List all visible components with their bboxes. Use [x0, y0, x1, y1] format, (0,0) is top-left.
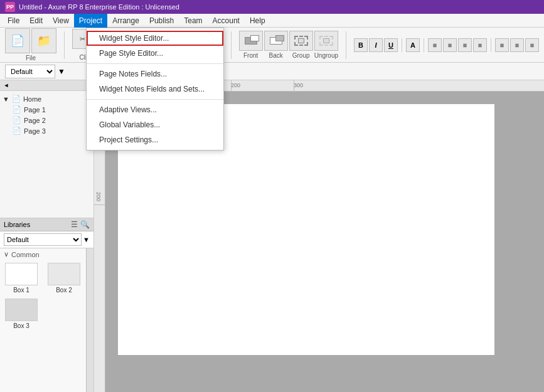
group-label: Group — [292, 52, 310, 59]
fmt-sep-2 — [424, 38, 424, 52]
underline-btn[interactable]: U — [384, 38, 398, 52]
expand-arrow-icon: ▼ — [3, 95, 9, 103]
toolbar-file-group: 📄 📁 File — [5, 28, 56, 61]
dropdown-global-variables[interactable]: Global Variables... — [87, 117, 223, 132]
file-group-label: File — [26, 55, 36, 61]
libraries-dropdown-row: Default ▼ — [0, 231, 93, 248]
page1-label: Page 1 — [24, 106, 46, 114]
toolbar-sep-3 — [231, 31, 232, 59]
format-buttons: B I U A ≡ ≡ ≡ ≡ ≡ ≡ ≡ — [354, 38, 539, 52]
project-dropdown-menu: Widget Style Editor... Page Style Editor… — [86, 28, 224, 151]
lib-item-box2[interactable]: Box 2 — [45, 263, 83, 294]
menu-arrange[interactable]: Arrange — [107, 14, 144, 28]
group-btn[interactable] — [289, 31, 313, 51]
app-logo: PP — [5, 2, 15, 12]
dropdown-sep-2 — [87, 99, 223, 100]
menu-view[interactable]: View — [48, 14, 74, 28]
lib-items-list: Box 1 Box 2 Box 3 — [0, 260, 86, 332]
libraries-title: Libraries — [4, 221, 30, 228]
menu-publish[interactable]: Publish — [144, 14, 179, 28]
tree-item-page3[interactable]: 📄 Page 3 — [0, 125, 93, 136]
toolbar-sep-1 — [64, 31, 65, 59]
align-center-btn[interactable]: ≡ — [443, 38, 457, 52]
libraries-menu-icon[interactable]: ☰ — [71, 220, 78, 229]
menu-help[interactable]: Help — [245, 14, 270, 28]
lib-item-box1-label: Box 1 — [13, 287, 29, 294]
italic-btn[interactable]: I — [369, 38, 383, 52]
menu-team[interactable]: Team — [179, 14, 207, 28]
lib-section-arrow: ∨ — [4, 250, 9, 258]
ruler-mark-200: 200 — [231, 82, 240, 88]
libraries-dropdown[interactable]: Default — [4, 233, 82, 246]
lib-item-box3-preview — [5, 299, 38, 321]
dropdown-sep-1 — [87, 63, 223, 64]
toolbar-sep-4 — [346, 31, 346, 59]
front-btn[interactable] — [239, 31, 263, 51]
page-icon-2: 📄 — [13, 116, 21, 124]
dropdown-project-settings[interactable]: Project Settings... — [87, 132, 223, 147]
style-dropdown-icon[interactable]: ▼ — [58, 67, 65, 76]
ruler-tick-200 — [231, 80, 232, 91]
align-bottom-btn[interactable]: ≡ — [525, 38, 539, 52]
dropdown-widget-style-editor[interactable]: Widget Style Editor... — [87, 31, 223, 46]
lib-scrollbar-v[interactable] — [86, 248, 93, 392]
lib-section-common: ∨ Common — [0, 248, 86, 260]
libraries-header-icons: ☰ 🔍 — [71, 220, 90, 229]
dropdown-widget-notes-fields[interactable]: Widget Notes Fields and Sets... — [87, 82, 223, 97]
title-bar: PP Untitled - Axure RP 8 Enterprise Edit… — [0, 0, 544, 14]
dropdown-page-notes-fields[interactable]: Page Notes Fields... — [87, 66, 223, 82]
page-icon-home: 📄 — [12, 95, 21, 103]
tree-item-home[interactable]: ▼ 📄 Home — [0, 93, 93, 104]
menu-file[interactable]: File — [3, 14, 24, 28]
lib-item-box1[interactable]: Box 1 — [3, 263, 40, 294]
align-right-btn[interactable]: ≡ — [458, 38, 472, 52]
lib-items-area: ∨ Common Box 1 Box 2 — [0, 248, 86, 392]
new-file-btn[interactable]: 📄 — [5, 28, 30, 53]
tree-item-page2[interactable]: 📄 Page 2 — [0, 115, 93, 125]
pages-collapse-btn[interactable]: ◄ — [3, 82, 10, 89]
align-top-btn[interactable]: ≡ — [495, 38, 509, 52]
lib-item-box2-preview — [48, 263, 80, 285]
lib-section-label-text: Common — [11, 251, 40, 258]
libraries-content: ∨ Common Box 1 Box 2 — [0, 248, 93, 392]
page2-label: Page 2 — [24, 117, 46, 124]
menu-project[interactable]: Project — [74, 14, 107, 28]
page-icon-1: 📄 — [13, 105, 21, 114]
style-toolbar: Default ▼ — [0, 63, 544, 80]
fmt-sep-3 — [491, 38, 491, 52]
back-label: Back — [269, 52, 283, 59]
libraries-header: Libraries ☰ 🔍 — [0, 218, 93, 231]
menu-edit[interactable]: Edit — [24, 14, 48, 28]
libraries-search-icon[interactable]: 🔍 — [80, 220, 90, 229]
page3-label: Page 3 — [24, 127, 46, 135]
bold-btn[interactable]: B — [354, 38, 368, 52]
lib-content-inner: ∨ Common Box 1 Box 2 — [0, 248, 93, 392]
pages-panel: ◄ ▼ 📄 Home 📄 Page 1 📄 Page 2 📄 — [0, 80, 93, 218]
lib-dropdown-arrow[interactable]: ▼ — [83, 236, 90, 243]
arrange-buttons-group: Front Back Group — [239, 31, 338, 59]
ruler-tick-v-200 — [94, 204, 105, 205]
font-color-btn[interactable]: A — [406, 38, 420, 52]
menu-account[interactable]: Account — [208, 14, 245, 28]
fmt-sep-1 — [402, 38, 402, 52]
home-label: Home — [23, 95, 41, 103]
align-left-btn[interactable]: ≡ — [428, 38, 442, 52]
dropdown-page-style-editor[interactable]: Page Style Editor... — [87, 46, 223, 61]
lib-item-box3-label: Box 3 — [13, 322, 29, 329]
back-btn[interactable] — [264, 31, 288, 51]
ungroup-btn[interactable] — [314, 31, 338, 51]
tree-item-page1[interactable]: 📄 Page 1 — [0, 104, 93, 115]
align-middle-btn[interactable]: ≡ — [510, 38, 524, 52]
main-toolbar: 📄 📁 File ✂ 📋 📋 Clipboard 100% 75% 150% ▼… — [0, 28, 544, 63]
open-file-btn[interactable]: 📁 — [31, 28, 56, 53]
widget-style-select[interactable]: Default — [5, 65, 55, 78]
libraries-panel: Libraries ☰ 🔍 Default ▼ ∨ C — [0, 218, 93, 392]
dropdown-adaptive-views[interactable]: Adaptive Views... — [87, 102, 223, 117]
lib-item-box1-preview — [5, 263, 38, 285]
align-justify-btn[interactable]: ≡ — [473, 38, 487, 52]
page-tree: ▼ 📄 Home 📄 Page 1 📄 Page 2 📄 Page 3 — [0, 91, 93, 139]
window-title: Untitled - Axure RP 8 Enterprise Edition… — [19, 3, 179, 11]
lib-item-box3[interactable]: Box 3 — [3, 299, 40, 329]
left-sidebar: ◄ ▼ 📄 Home 📄 Page 1 📄 Page 2 📄 — [0, 80, 94, 392]
page-icon-3: 📄 — [13, 127, 21, 135]
